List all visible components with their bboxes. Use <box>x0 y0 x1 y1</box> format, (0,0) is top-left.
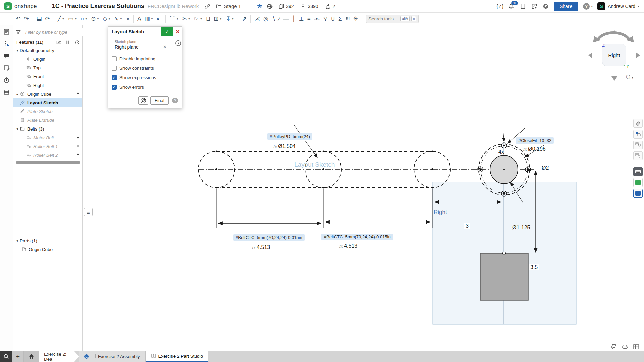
chevron-down-icon[interactable]: ▼ <box>120 17 123 20</box>
mirror-tool-icon[interactable]: ▥▼ <box>144 14 155 23</box>
checkbox-icon[interactable] <box>112 66 117 71</box>
versions-icon[interactable]: {✓} <box>497 3 503 10</box>
sketch-geometry[interactable] <box>0 25 644 351</box>
perpendicular-constraint-icon[interactable]: ⊥ <box>298 14 305 23</box>
sketch-dimension-list-icon[interactable]: ≣ <box>84 208 93 216</box>
print-icon[interactable] <box>611 344 617 350</box>
cube-top-point[interactable] <box>503 252 506 255</box>
redo-icon[interactable]: ↷ <box>23 14 30 23</box>
feature-item-motor-belt[interactable]: Motor Belt <box>13 133 82 142</box>
vertical-dimension[interactable]: 3.5 <box>529 264 539 270</box>
green-notebook-panel-icon[interactable] <box>633 178 643 187</box>
search-tools-box[interactable]: alt/\ c <box>366 15 419 23</box>
chevron-down-icon[interactable]: ▼ <box>62 17 65 20</box>
main-menu-icon[interactable]: ☰ <box>42 2 48 10</box>
chevron-down-icon[interactable]: ▼ <box>219 17 222 20</box>
feature-item-origin[interactable]: Origin <box>13 55 82 63</box>
extend-tool-icon[interactable]: ⇤ <box>156 14 163 23</box>
parts-header-row[interactable]: ▾ Parts (1) <box>13 236 82 245</box>
rollback-pause-icon[interactable] <box>65 40 70 45</box>
origin-cube-face[interactable] <box>480 253 528 300</box>
checkbox-show-errors[interactable]: ✓Show errors <box>112 85 179 90</box>
view-cube-menu[interactable]: ⬡ ▾ <box>626 74 633 80</box>
use-project-icon[interactable]: ☞▼ <box>193 14 204 23</box>
horizontal-dimension[interactable]: 3 <box>464 223 470 229</box>
document-title[interactable]: 1C - Practice Exercise Solutions <box>52 3 144 10</box>
centerpoint-circle-icon[interactable]: ⊙▼ <box>90 14 100 23</box>
chevron-down-icon[interactable]: ▾ <box>15 49 20 52</box>
folder-name[interactable]: Stage 1 <box>224 3 241 9</box>
tab-exercise-2-part-studio[interactable]: Exercise 2 Part Studio <box>146 351 209 362</box>
sketch-copy-icon[interactable]: ▤ <box>36 14 43 23</box>
dialog-help-icon[interactable]: ? <box>172 98 178 103</box>
presentation-panel-icon[interactable] <box>633 167 643 176</box>
configurations-panel-icon[interactable] <box>633 130 643 139</box>
history-icon[interactable] <box>3 76 10 84</box>
accept-sketch-button[interactable]: ✓ <box>161 27 173 36</box>
chevron-down-icon[interactable]: ▼ <box>96 17 99 20</box>
feature-item-roller-belt-1[interactable]: Roller Belt 1 <box>13 142 82 151</box>
suppression-dots-icon[interactable] <box>77 91 81 98</box>
notifications-bell-icon[interactable]: 9+ <box>508 3 515 10</box>
circle-tool-icon[interactable]: ○▼ <box>80 14 89 23</box>
close-fit-dimension[interactable]: fxØ0.196 <box>523 146 546 152</box>
measure-icon[interactable]: ⇗ <box>241 14 248 23</box>
belt-ctc-dimension-1[interactable]: fx4.513 <box>250 244 272 250</box>
tab-exercise-2-dea[interactable]: Exercise 2: Dea <box>39 351 79 362</box>
graphics-canvas[interactable]: Layout Sketch Right #PulleyPD_5mm(24) fx… <box>0 25 644 351</box>
symmetric-constraint-icon[interactable]: ⋎ <box>322 14 328 23</box>
rotate-up-arrow[interactable] <box>611 30 617 34</box>
feature-item-layout-sketch[interactable]: Layout Sketch <box>13 98 82 107</box>
home-tab-button[interactable] <box>24 351 39 362</box>
user-menu[interactable]: S Andrew Card ▾ <box>597 2 639 10</box>
chevron-right-icon[interactable]: ▸ <box>15 92 20 96</box>
parallel-constraint-icon[interactable]: ∖ <box>271 14 277 23</box>
feature-item-plate-extrude[interactable]: Plate Extrude <box>13 116 82 124</box>
cancel-sketch-button[interactable]: ✕ <box>173 27 182 36</box>
checkbox-icon[interactable] <box>112 56 117 61</box>
chevron-down-icon[interactable]: ▼ <box>176 17 179 20</box>
feature-item-right[interactable]: Right <box>13 81 82 90</box>
feature-item-front[interactable]: Front <box>13 72 82 81</box>
rectangle-tool-icon[interactable]: ▭▼ <box>67 14 78 23</box>
pattern-tool-icon[interactable]: ⊞▼ <box>213 14 223 23</box>
fillet-tool-icon[interactable]: ⌒▼ <box>168 14 180 23</box>
checkbox-show-expressions[interactable]: ✓Show expressions <box>112 75 179 80</box>
onshape-logo[interactable]: S onshape <box>0 2 37 10</box>
new-folder-icon[interactable] <box>56 40 61 45</box>
midpoint-constraint-icon[interactable]: -•- <box>313 14 321 23</box>
offset-curve-icon[interactable]: ⊔ <box>205 14 211 23</box>
release-notes-icon[interactable] <box>519 3 526 10</box>
tab-search-icon[interactable] <box>0 351 12 362</box>
share-button[interactable]: Share <box>554 2 578 11</box>
normal-constraint-icon[interactable]: ∪ <box>330 14 336 23</box>
feature-item-plate-sketch[interactable]: Plate Sketch <box>13 107 82 116</box>
line-tool-icon[interactable]: ╱▼ <box>57 14 66 23</box>
chevron-down-icon[interactable]: ▼ <box>74 17 77 20</box>
appearance-panel-icon[interactable] <box>633 119 643 128</box>
variable-icon[interactable]: Σ <box>337 14 343 23</box>
suppression-dots-icon[interactable] <box>77 152 81 159</box>
belt-ctc-expression-chip-1[interactable]: #BeltCTC_5mm(70,24,24)-0.015in <box>233 234 305 241</box>
likes-icon[interactable] <box>325 3 331 10</box>
chevron-down-icon[interactable]: ▼ <box>188 17 191 20</box>
feature-filter-input[interactable] <box>23 28 87 36</box>
checkbox-icon[interactable]: ✓ <box>112 85 117 90</box>
rollback-bar[interactable] <box>16 161 80 164</box>
equal-constraint-icon[interactable]: = <box>306 14 312 23</box>
chevron-down-icon[interactable]: ▼ <box>231 17 234 20</box>
text-tool-icon[interactable]: A <box>136 14 142 23</box>
grid-panel-icon[interactable] <box>633 344 639 350</box>
followers-icon[interactable] <box>300 3 306 10</box>
polygon-tool-icon[interactable]: ◇▼ <box>102 14 112 23</box>
feature-item-belts-3[interactable]: ▾Belts (3) <box>13 124 82 133</box>
spline-tool-icon[interactable]: ∿▼ <box>113 14 123 23</box>
copies-icon[interactable] <box>278 3 285 10</box>
comments-icon[interactable] <box>3 52 10 59</box>
pulley-pd-expression-chip[interactable]: #PulleyPD_5mm(24) <box>267 133 312 140</box>
link-icon[interactable] <box>204 3 211 10</box>
history-clock-icon[interactable] <box>75 40 80 45</box>
document-outline-icon[interactable] <box>3 28 10 35</box>
import-dxf-icon[interactable]: ↧▼ <box>225 14 235 23</box>
hatch-icon[interactable]: ≋ <box>344 14 351 23</box>
